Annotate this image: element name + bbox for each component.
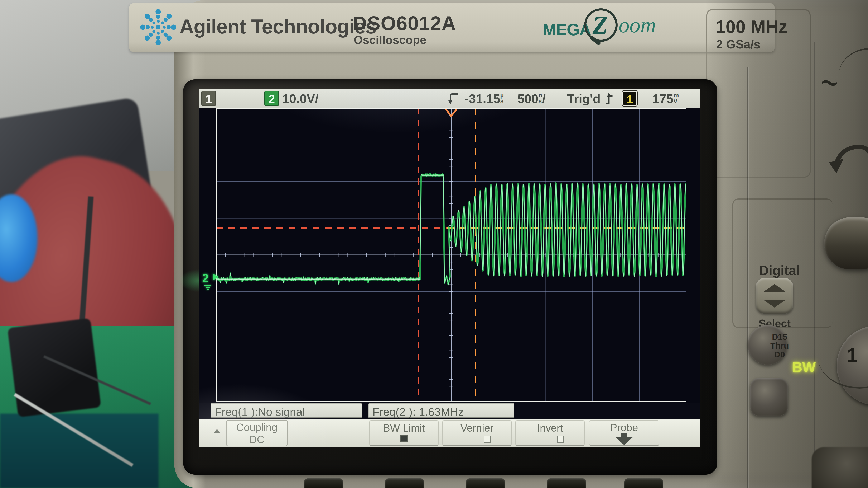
freq1-readout: Freq(1 ):No signal <box>211 403 362 418</box>
delay-reference-arrow-icon <box>447 92 459 106</box>
d15-label-line3: D0 <box>770 350 789 359</box>
measurement-row: Freq(1 ):No signal Freq(2 ): 1.63MHz <box>199 403 700 420</box>
channel1-badge: 1 <box>202 91 216 106</box>
channel2-marker-arrow-icon <box>213 274 219 280</box>
rocker-up-arrow-icon <box>764 284 785 292</box>
softkey-button-1[interactable] <box>304 479 343 488</box>
model-number: DSO6012A <box>352 12 456 35</box>
panel-groove-left <box>747 67 749 488</box>
softkey-cell-vernier: Vernier <box>442 420 512 446</box>
softkey-button-4[interactable] <box>547 479 586 488</box>
d15-thru-d0-label: D15 Thru D0 <box>770 333 789 359</box>
probe-down-arrow-icon <box>615 437 633 445</box>
menu-up-arrow-icon <box>214 429 220 433</box>
freq2-readout: Freq(2 ): 1.63MHz <box>368 403 514 418</box>
softkey-menu: Coupling DC BW Limit Vernier Invert Prob… <box>199 420 700 447</box>
d15-label-line2: Thru <box>770 341 789 350</box>
bw-limit-label: BW Limit <box>383 422 425 434</box>
bw-limit-checkbox <box>400 435 407 442</box>
rocker-down-arrow-icon <box>764 300 785 308</box>
delay-readout: -31.15µs <box>465 91 504 106</box>
status-bar: 1 2 10.0V/ -31.15µs 500ns/ Trig'd 1 175m… <box>199 89 700 108</box>
waveform-area: 2 <box>199 108 700 403</box>
bw-indicator-led: BW <box>792 359 816 375</box>
lower-button[interactable] <box>750 378 788 416</box>
softkey-button-3[interactable] <box>466 479 505 488</box>
ground-symbol-icon <box>204 284 212 291</box>
digital-section-label: Digital <box>759 263 800 278</box>
coupling-value: DC <box>249 433 265 446</box>
digital-rocker-button[interactable] <box>756 278 793 314</box>
softkey-cell-coupling: Coupling DC <box>226 420 288 446</box>
rotate-arrow-icon <box>826 134 868 175</box>
device-type-label: Oscilloscope <box>354 33 427 47</box>
panel-groove-right <box>814 42 815 488</box>
d15-label-line1: D15 <box>770 333 789 341</box>
channel2-scale-readout: 10.0V/ <box>282 91 318 106</box>
megazoom-logo-mega: MEGA <box>542 20 591 39</box>
trigger-source-badge: 1 <box>622 91 637 106</box>
bottom-right-knob[interactable] <box>812 447 868 488</box>
lcd-display: 1 2 10.0V/ -31.15µs 500ns/ Trig'd 1 175m… <box>199 89 700 447</box>
megazoom-logo-oom: oom <box>619 12 656 37</box>
softkey-cell-bw-limit: BW Limit <box>369 420 439 446</box>
background-fixture-device <box>7 318 101 418</box>
channel2-ground-marker: 2 <box>202 271 209 285</box>
invert-checkbox <box>557 436 564 443</box>
rising-edge-trigger-icon <box>606 92 614 105</box>
agilent-starburst-logo <box>140 8 177 46</box>
softkey-cell-invert: Invert <box>516 420 585 446</box>
softkey-button-2[interactable] <box>385 479 424 488</box>
channel2-badge: 2 <box>265 91 279 106</box>
graticule <box>216 108 686 402</box>
vernier-checkbox <box>484 436 491 443</box>
background-mat-shadow <box>0 413 159 488</box>
invert-label: Invert <box>537 422 563 434</box>
trigger-status: Trig'd <box>567 91 600 106</box>
oscilloscope-photo: Agilent Technologies DSO6012A Oscillosco… <box>0 0 868 488</box>
softkey-button-5[interactable] <box>624 479 663 488</box>
megazoom-logo-z: Z <box>593 11 608 40</box>
vernier-label: Vernier <box>461 422 493 434</box>
softkey-cell-probe: Probe <box>589 420 659 446</box>
trigger-level-readout: 175mV <box>652 91 679 106</box>
timebase-readout: 500ns/ <box>518 91 546 106</box>
coupling-label: Coupling <box>236 421 277 433</box>
probe-label: Probe <box>610 422 638 434</box>
waveform-plot <box>216 108 686 402</box>
manufacturer-name: Agilent Technologies <box>180 15 376 38</box>
